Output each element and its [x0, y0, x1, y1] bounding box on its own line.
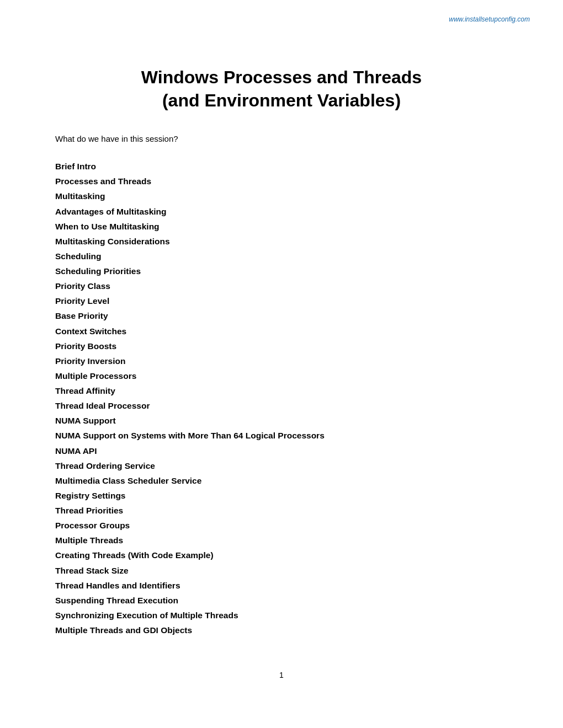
title-line2: (and Environment Variables)	[162, 90, 401, 110]
toc-list: Brief IntroProcesses and ThreadsMultitas…	[55, 159, 508, 638]
page-container: www.installsetupconfig.com Windows Proce…	[0, 0, 563, 728]
toc-item[interactable]: Multiple Processors	[55, 368, 508, 383]
title-section: Windows Processes and Threads (and Envir…	[55, 66, 508, 112]
title-line1: Windows Processes and Threads	[141, 67, 422, 87]
toc-item[interactable]: Multimedia Class Scheduler Service	[55, 473, 508, 488]
toc-item[interactable]: Thread Handles and Identifiers	[55, 578, 508, 593]
toc-item[interactable]: Thread Ideal Processor	[55, 398, 508, 413]
toc-item[interactable]: Thread Priorities	[55, 503, 508, 518]
toc-item[interactable]: Processes and Threads	[55, 174, 508, 189]
toc-item[interactable]: Processor Groups	[55, 518, 508, 533]
toc-item[interactable]: Priority Boosts	[55, 339, 508, 354]
toc-item[interactable]: Priority Level	[55, 293, 508, 308]
toc-item[interactable]: Multitasking	[55, 189, 508, 204]
toc-item[interactable]: Base Priority	[55, 308, 508, 323]
toc-item[interactable]: Scheduling Priorities	[55, 264, 508, 279]
toc-item[interactable]: Multiple Threads and GDI Objects	[55, 623, 508, 638]
toc-item[interactable]: Brief Intro	[55, 159, 508, 174]
toc-item[interactable]: Scheduling	[55, 249, 508, 264]
toc-item[interactable]: Priority Class	[55, 279, 508, 293]
toc-item[interactable]: NUMA Support	[55, 413, 508, 428]
intro-text: What do we have in this session?	[55, 134, 508, 143]
toc-item[interactable]: Synchronizing Execution of Multiple Thre…	[55, 608, 508, 623]
toc-item[interactable]: Creating Threads (With Code Example)	[55, 548, 508, 563]
toc-item[interactable]: Thread Stack Size	[55, 563, 508, 578]
toc-item[interactable]: Thread Ordering Service	[55, 458, 508, 473]
toc-item[interactable]: NUMA API	[55, 443, 508, 458]
toc-item[interactable]: When to Use Multitasking	[55, 219, 508, 234]
toc-item[interactable]: Advantages of Multitasking	[55, 204, 508, 219]
page-number: 1	[55, 671, 508, 679]
toc-item[interactable]: Context Switches	[55, 324, 508, 339]
toc-item[interactable]: Multitasking Considerations	[55, 234, 508, 249]
toc-item[interactable]: Suspending Thread Execution	[55, 593, 508, 608]
toc-item[interactable]: NUMA Support on Systems with More Than 6…	[55, 428, 508, 443]
website-link[interactable]: www.installsetupconfig.com	[449, 15, 530, 23]
toc-item[interactable]: Registry Settings	[55, 488, 508, 503]
toc-item[interactable]: Priority Inversion	[55, 354, 508, 368]
toc-item[interactable]: Multiple Threads	[55, 533, 508, 548]
toc-item[interactable]: Thread Affinity	[55, 383, 508, 398]
main-title: Windows Processes and Threads (and Envir…	[55, 66, 508, 112]
